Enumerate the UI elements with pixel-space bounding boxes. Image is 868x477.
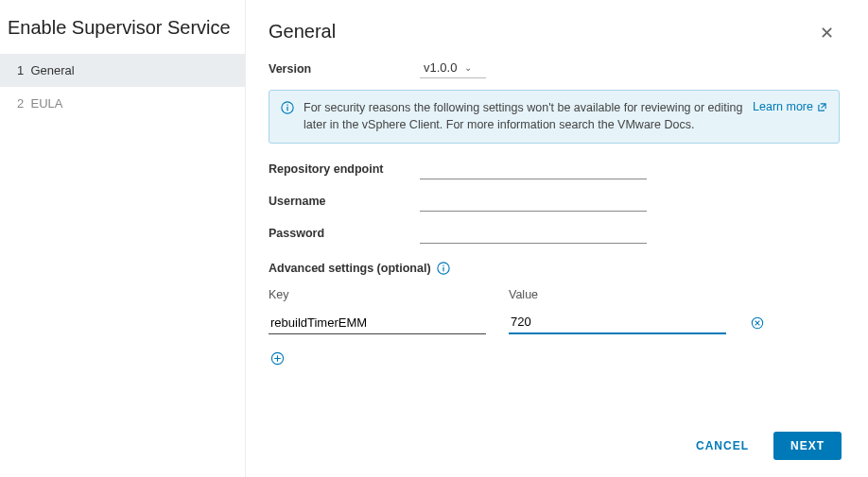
page-title: General <box>269 21 336 43</box>
chevron-down-icon: ⌄ <box>464 62 472 73</box>
sidebar-title: Enable Supervisor Service <box>0 17 245 54</box>
username-input[interactable] <box>420 191 647 212</box>
svg-rect-2 <box>286 105 287 106</box>
svg-rect-5 <box>443 265 443 266</box>
sidebar-step-eula[interactable]: 2 EULA <box>0 87 245 120</box>
banner-text: For security reasons the following setti… <box>304 100 743 133</box>
repo-row: Repository endpoint <box>269 159 840 179</box>
password-label: Password <box>269 227 420 240</box>
repository-endpoint-input[interactable] <box>420 159 647 179</box>
password-row: Password <box>269 223 840 244</box>
value-column-header: Value <box>509 288 726 301</box>
kv-row <box>269 311 840 334</box>
step-label: EULA <box>30 96 62 111</box>
info-icon[interactable] <box>437 262 450 275</box>
step-number: 1 <box>17 63 24 77</box>
security-info-banner: For security reasons the following setti… <box>269 90 840 144</box>
kv-headers: Key Value <box>269 288 840 301</box>
step-number: 2 <box>17 96 24 111</box>
main-header: General ✕ <box>269 21 840 45</box>
username-label: Username <box>269 195 420 208</box>
repo-label: Repository endpoint <box>269 162 420 176</box>
sidebar-step-general[interactable]: 1 General <box>0 54 245 87</box>
advanced-label: Advanced settings (optional) <box>269 262 431 275</box>
remove-row-button[interactable] <box>749 315 766 332</box>
learn-more-label: Learn more <box>753 100 813 113</box>
external-link-icon <box>817 102 827 112</box>
wizard-footer: CANCEL NEXT <box>688 432 842 460</box>
remove-icon <box>751 316 764 330</box>
plus-icon <box>270 351 838 366</box>
svg-rect-1 <box>286 107 287 111</box>
version-row: Version v1.0.0 ⌄ <box>269 59 840 78</box>
version-value: v1.0.0 <box>424 60 457 75</box>
learn-more-link[interactable]: Learn more <box>753 100 827 113</box>
username-row: Username <box>269 191 840 212</box>
kv-key-input[interactable] <box>269 312 486 334</box>
close-icon: ✕ <box>820 24 834 43</box>
advanced-settings-header: Advanced settings (optional) <box>269 261 840 275</box>
key-column-header: Key <box>269 288 486 301</box>
close-button[interactable]: ✕ <box>814 21 840 45</box>
wizard-sidebar: Enable Supervisor Service 1 General 2 EU… <box>0 0 246 477</box>
next-button[interactable]: NEXT <box>773 432 842 460</box>
add-row-button[interactable] <box>269 349 840 367</box>
wizard-dialog: Enable Supervisor Service 1 General 2 EU… <box>0 0 868 477</box>
info-icon <box>281 101 294 114</box>
step-label: General <box>30 63 74 77</box>
version-select[interactable]: v1.0.0 ⌄ <box>420 59 486 78</box>
wizard-main: General ✕ Version v1.0.0 ⌄ For security … <box>246 0 868 477</box>
cancel-button[interactable]: CANCEL <box>688 434 756 458</box>
version-label: Version <box>269 62 420 76</box>
kv-value-input[interactable] <box>509 311 726 334</box>
svg-rect-4 <box>443 267 443 272</box>
password-input[interactable] <box>420 223 647 244</box>
